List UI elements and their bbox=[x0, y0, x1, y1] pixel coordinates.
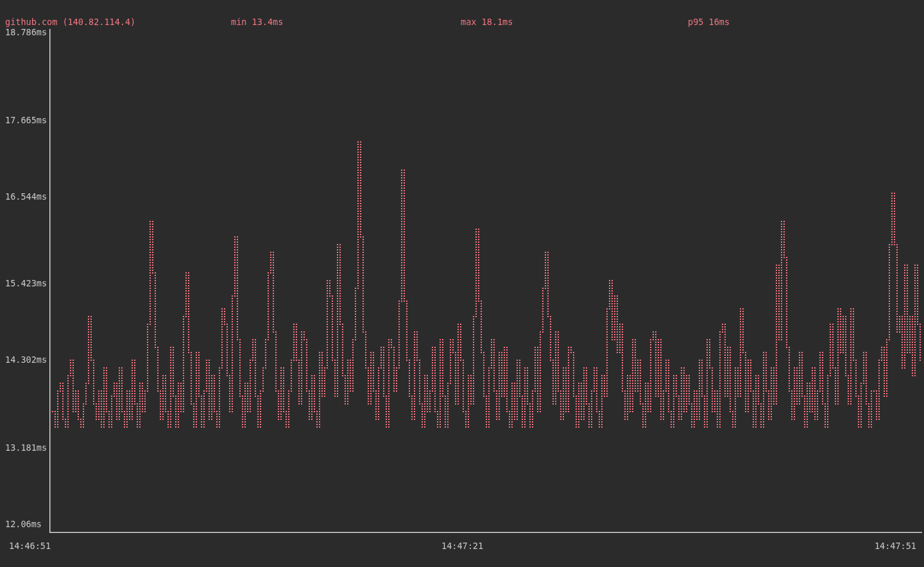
y-axis-tick-label: 13.181ms bbox=[5, 442, 47, 453]
y-axis-tick-label: 14.302ms bbox=[5, 354, 47, 365]
stat-max-label: max 18.1ms bbox=[461, 17, 513, 27]
terminal-ping-chart: { "header": { "target": "github.com (140… bbox=[0, 0, 924, 567]
y-axis-tick-label: 15.423ms bbox=[5, 278, 47, 288]
x-axis-tick-label: 14:47:21 bbox=[441, 541, 483, 551]
y-axis-tick-label: 16.544ms bbox=[5, 191, 47, 202]
stat-min-label: min 13.4ms bbox=[231, 17, 283, 27]
latency-plot-canvas bbox=[0, 0, 924, 567]
x-axis-tick-label: 14:46:51 bbox=[9, 541, 51, 551]
y-axis-tick-label: 17.665ms bbox=[5, 115, 47, 125]
y-axis-tick-label: 12.06ms bbox=[5, 519, 42, 529]
ping-target-label: github.com (140.82.114.4) bbox=[5, 17, 135, 27]
x-axis-tick-label: 14:47:51 bbox=[875, 541, 916, 551]
y-axis-tick-label: 18.786ms bbox=[5, 27, 47, 37]
stat-p95-label: p95 16ms bbox=[688, 17, 730, 27]
